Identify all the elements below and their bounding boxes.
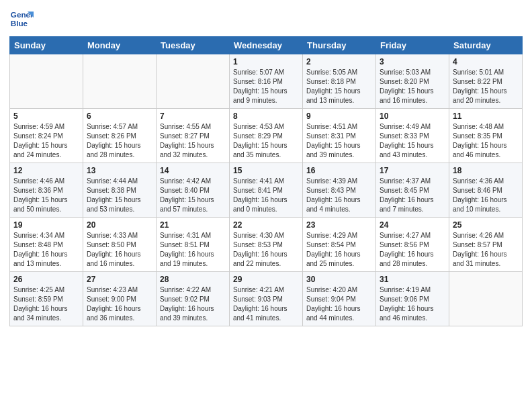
calendar-cell: 22Sunrise: 4:30 AM Sunset: 8:53 PM Dayli…: [230, 218, 303, 272]
calendar-cell: 15Sunrise: 4:41 AM Sunset: 8:41 PM Dayli…: [230, 163, 303, 218]
calendar-cell: 14Sunrise: 4:42 AM Sunset: 8:40 PM Dayli…: [157, 163, 230, 218]
weekday-header: Sunday: [10, 37, 83, 54]
calendar-cell: 27Sunrise: 4:23 AM Sunset: 9:00 PM Dayli…: [83, 272, 157, 326]
day-info: Sunrise: 4:22 AM Sunset: 9:02 PM Dayligh…: [160, 285, 226, 323]
day-number: 27: [87, 275, 152, 284]
page: General Blue SundayMondayTuesdayWednesda…: [0, 0, 532, 411]
calendar-cell: 6Sunrise: 4:57 AM Sunset: 8:26 PM Daylig…: [83, 109, 157, 163]
day-info: Sunrise: 4:21 AM Sunset: 9:03 PM Dayligh…: [233, 285, 299, 323]
calendar-header-row: SundayMondayTuesdayWednesdayThursdayFrid…: [10, 37, 523, 54]
calendar-cell: 7Sunrise: 4:55 AM Sunset: 8:27 PM Daylig…: [157, 109, 230, 163]
day-number: 3: [380, 57, 445, 66]
calendar-cell: 26Sunrise: 4:25 AM Sunset: 8:59 PM Dayli…: [10, 272, 83, 326]
day-info: Sunrise: 4:42 AM Sunset: 8:40 PM Dayligh…: [160, 177, 226, 214]
day-info: Sunrise: 4:33 AM Sunset: 8:50 PM Dayligh…: [87, 231, 152, 269]
day-number: 9: [306, 111, 372, 121]
day-info: Sunrise: 5:01 AM Sunset: 8:22 PM Dayligh…: [453, 68, 519, 105]
calendar-cell: 16Sunrise: 4:39 AM Sunset: 8:43 PM Dayli…: [303, 163, 376, 218]
header: General Blue: [9, 7, 523, 31]
calendar-cell: 1Sunrise: 5:07 AM Sunset: 8:16 PM Daylig…: [230, 54, 303, 109]
day-number: 19: [13, 220, 79, 230]
day-info: Sunrise: 4:37 AM Sunset: 8:45 PM Dayligh…: [380, 177, 445, 214]
day-number: 28: [160, 275, 226, 284]
day-info: Sunrise: 4:57 AM Sunset: 8:26 PM Dayligh…: [87, 122, 152, 160]
calendar-body: 1Sunrise: 5:07 AM Sunset: 8:16 PM Daylig…: [10, 54, 523, 326]
calendar-cell: 20Sunrise: 4:33 AM Sunset: 8:50 PM Dayli…: [83, 218, 157, 272]
day-number: 8: [233, 111, 299, 121]
day-number: 1: [233, 57, 299, 66]
day-number: 5: [13, 111, 79, 121]
calendar-cell: 19Sunrise: 4:34 AM Sunset: 8:48 PM Dayli…: [10, 218, 83, 272]
day-number: 30: [306, 275, 372, 284]
calendar-cell: 10Sunrise: 4:49 AM Sunset: 8:33 PM Dayli…: [376, 109, 449, 163]
day-info: Sunrise: 4:29 AM Sunset: 8:54 PM Dayligh…: [306, 231, 372, 269]
day-info: Sunrise: 4:19 AM Sunset: 9:06 PM Dayligh…: [380, 285, 445, 323]
day-number: 29: [233, 275, 299, 284]
day-info: Sunrise: 4:36 AM Sunset: 8:46 PM Dayligh…: [453, 177, 519, 214]
day-info: Sunrise: 4:26 AM Sunset: 8:57 PM Dayligh…: [453, 231, 519, 269]
day-info: Sunrise: 5:07 AM Sunset: 8:16 PM Dayligh…: [233, 68, 299, 105]
calendar-cell: 11Sunrise: 4:48 AM Sunset: 8:35 PM Dayli…: [449, 109, 523, 163]
calendar-cell: 28Sunrise: 4:22 AM Sunset: 9:02 PM Dayli…: [157, 272, 230, 326]
day-number: 20: [87, 220, 152, 230]
day-info: Sunrise: 4:48 AM Sunset: 8:35 PM Dayligh…: [453, 122, 519, 160]
calendar-cell: 18Sunrise: 4:36 AM Sunset: 8:46 PM Dayli…: [449, 163, 523, 218]
day-info: Sunrise: 4:31 AM Sunset: 8:51 PM Dayligh…: [160, 231, 226, 269]
day-number: 16: [306, 166, 372, 175]
calendar-cell: 21Sunrise: 4:31 AM Sunset: 8:51 PM Dayli…: [157, 218, 230, 272]
calendar-cell: 24Sunrise: 4:27 AM Sunset: 8:56 PM Dayli…: [376, 218, 449, 272]
day-info: Sunrise: 5:03 AM Sunset: 8:20 PM Dayligh…: [380, 68, 445, 105]
day-number: 17: [380, 166, 445, 175]
calendar-cell: 4Sunrise: 5:01 AM Sunset: 8:22 PM Daylig…: [449, 54, 523, 109]
svg-text:Blue: Blue: [11, 19, 28, 28]
day-number: 18: [453, 166, 519, 175]
day-number: 15: [233, 166, 299, 175]
day-info: Sunrise: 4:39 AM Sunset: 8:43 PM Dayligh…: [306, 177, 372, 214]
day-info: Sunrise: 4:25 AM Sunset: 8:59 PM Dayligh…: [13, 285, 79, 323]
calendar-cell: [83, 54, 157, 109]
day-info: Sunrise: 4:51 AM Sunset: 8:31 PM Dayligh…: [306, 122, 372, 160]
calendar-week-row: 12Sunrise: 4:46 AM Sunset: 8:36 PM Dayli…: [10, 163, 523, 218]
calendar-cell: 17Sunrise: 4:37 AM Sunset: 8:45 PM Dayli…: [376, 163, 449, 218]
day-number: 2: [306, 57, 372, 66]
day-info: Sunrise: 4:41 AM Sunset: 8:41 PM Dayligh…: [233, 177, 299, 214]
day-number: 4: [453, 57, 519, 66]
calendar-cell: 3Sunrise: 5:03 AM Sunset: 8:20 PM Daylig…: [376, 54, 449, 109]
calendar-cell: 5Sunrise: 4:59 AM Sunset: 8:24 PM Daylig…: [10, 109, 83, 163]
day-info: Sunrise: 4:59 AM Sunset: 8:24 PM Dayligh…: [13, 122, 79, 160]
day-number: 10: [380, 111, 445, 121]
day-number: 6: [87, 111, 152, 121]
calendar-cell: [157, 54, 230, 109]
day-number: 23: [306, 220, 372, 230]
day-number: 12: [13, 166, 79, 175]
day-number: 24: [380, 220, 445, 230]
day-number: 21: [160, 220, 226, 230]
day-number: 25: [453, 220, 519, 230]
calendar-cell: [449, 272, 523, 326]
day-info: Sunrise: 4:27 AM Sunset: 8:56 PM Dayligh…: [380, 231, 445, 269]
logo: General Blue: [9, 7, 34, 31]
day-number: 22: [233, 220, 299, 230]
calendar-cell: 25Sunrise: 4:26 AM Sunset: 8:57 PM Dayli…: [449, 218, 523, 272]
day-info: Sunrise: 5:05 AM Sunset: 8:18 PM Dayligh…: [306, 68, 372, 105]
calendar-cell: 8Sunrise: 4:53 AM Sunset: 8:29 PM Daylig…: [230, 109, 303, 163]
calendar-cell: [10, 54, 83, 109]
calendar-table: SundayMondayTuesdayWednesdayThursdayFrid…: [9, 36, 523, 326]
day-number: 14: [160, 166, 226, 175]
day-number: 13: [87, 166, 152, 175]
weekday-header: Friday: [376, 37, 449, 54]
weekday-header: Saturday: [449, 37, 523, 54]
calendar-cell: 12Sunrise: 4:46 AM Sunset: 8:36 PM Dayli…: [10, 163, 83, 218]
day-info: Sunrise: 4:53 AM Sunset: 8:29 PM Dayligh…: [233, 122, 299, 160]
calendar-week-row: 5Sunrise: 4:59 AM Sunset: 8:24 PM Daylig…: [10, 109, 523, 163]
day-info: Sunrise: 4:30 AM Sunset: 8:53 PM Dayligh…: [233, 231, 299, 269]
weekday-header: Wednesday: [230, 37, 303, 54]
day-number: 11: [453, 111, 519, 121]
calendar-cell: 29Sunrise: 4:21 AM Sunset: 9:03 PM Dayli…: [230, 272, 303, 326]
calendar-cell: 2Sunrise: 5:05 AM Sunset: 8:18 PM Daylig…: [303, 54, 376, 109]
day-info: Sunrise: 4:44 AM Sunset: 8:38 PM Dayligh…: [87, 177, 152, 214]
weekday-header: Tuesday: [157, 37, 230, 54]
day-number: 31: [380, 275, 445, 284]
calendar-cell: 13Sunrise: 4:44 AM Sunset: 8:38 PM Dayli…: [83, 163, 157, 218]
day-info: Sunrise: 4:55 AM Sunset: 8:27 PM Dayligh…: [160, 122, 226, 160]
